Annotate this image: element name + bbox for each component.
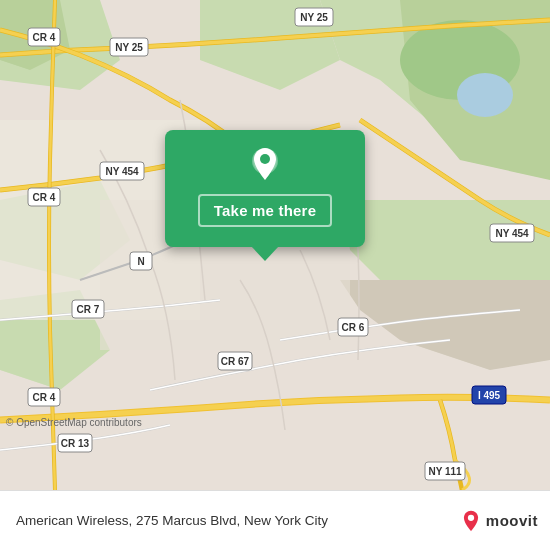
moovit-brand-text: moovit	[486, 512, 538, 529]
svg-text:CR 4: CR 4	[33, 192, 56, 203]
svg-text:N: N	[137, 256, 144, 267]
svg-text:NY 25: NY 25	[115, 42, 143, 53]
svg-text:CR 4: CR 4	[33, 32, 56, 43]
svg-text:NY 454: NY 454	[495, 228, 529, 239]
svg-text:CR 13: CR 13	[61, 438, 90, 449]
location-pin-icon	[246, 146, 284, 184]
moovit-logo: moovit	[460, 510, 538, 532]
svg-text:CR 6: CR 6	[342, 322, 365, 333]
svg-text:CR 7: CR 7	[77, 304, 100, 315]
svg-text:NY 25: NY 25	[300, 12, 328, 23]
svg-point-44	[260, 154, 270, 164]
osm-credit: © OpenStreetMap contributors	[6, 417, 142, 428]
svg-text:CR 4: CR 4	[33, 392, 56, 403]
svg-text:NY 111: NY 111	[428, 466, 462, 477]
svg-point-45	[468, 514, 474, 520]
bottom-bar: American Wireless, 275 Marcus Blvd, New …	[0, 490, 550, 550]
map-container: NY 25 NY 25 NY 454 NY 454 CR 4 CR 4 CR 4…	[0, 0, 550, 490]
popup-card: Take me there	[165, 130, 365, 247]
svg-text:I 495: I 495	[478, 390, 501, 401]
svg-text:NY 454: NY 454	[105, 166, 139, 177]
moovit-pin-icon	[460, 510, 482, 532]
svg-text:CR 67: CR 67	[221, 356, 250, 367]
location-text: American Wireless, 275 Marcus Blvd, New …	[16, 513, 460, 528]
take-me-there-button[interactable]: Take me there	[198, 194, 332, 227]
svg-point-4	[457, 73, 513, 117]
